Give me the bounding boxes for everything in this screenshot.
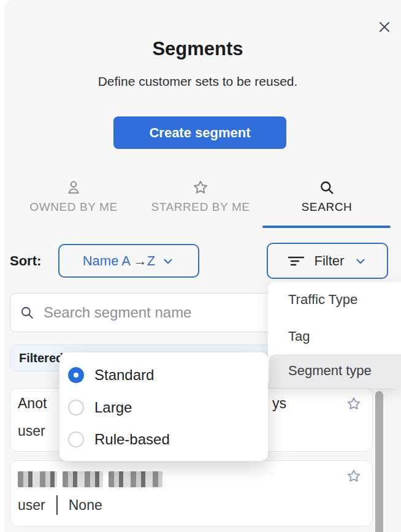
segment-name: Anot [18, 395, 47, 412]
chevron-down-icon [161, 254, 175, 268]
menu-item-segment-type[interactable]: Segment type [288, 363, 372, 379]
star-icon[interactable] [346, 396, 362, 412]
close-icon[interactable] [376, 19, 392, 35]
star-icon[interactable] [346, 468, 362, 484]
sort-value: Name A →Z [83, 253, 156, 269]
tab-starred-by-me-label: STARRED BY ME [151, 200, 250, 214]
tab-search[interactable]: SEARCH [280, 179, 373, 214]
tab-starred-by-me[interactable]: STARRED BY ME [142, 179, 259, 214]
radio-unselected-icon[interactable] [68, 431, 84, 447]
segment-meta: userNone [18, 495, 102, 515]
segment-list-item[interactable]: userNone [10, 460, 373, 526]
redacted-segment-name [18, 471, 162, 487]
segment-name-fragment: ys [272, 395, 286, 412]
segments-drawer: Segments Define customer sets to be reus… [0, 0, 401, 532]
filter-lines-icon [288, 253, 305, 269]
radio-option-rule-based[interactable]: Rule-based [68, 430, 259, 449]
radio-unselected-icon[interactable] [68, 400, 84, 416]
search-icon [19, 305, 35, 321]
active-tab-underline [262, 226, 391, 228]
menu-item-traffic-type[interactable]: Traffic Type [288, 292, 357, 308]
radio-selected-icon[interactable] [68, 367, 84, 383]
create-segment-button[interactable]: Create segment [113, 116, 286, 149]
meta-separator [56, 495, 58, 515]
tab-owned-by-me-label: OWNED BY ME [29, 200, 118, 214]
sort-dropdown[interactable]: Name A →Z [58, 244, 199, 278]
tab-search-label: SEARCH [302, 200, 353, 214]
scrollbar-thumb[interactable] [375, 391, 383, 532]
filter-menu: Traffic Type Tag Segment type [268, 282, 401, 388]
tab-owned-by-me[interactable]: OWNED BY ME [21, 179, 126, 214]
page-subtitle: Define customer sets to be reused. [4, 74, 391, 89]
filter-label: Filter [315, 253, 345, 269]
search-icon [318, 179, 335, 196]
segment-meta: user [18, 423, 45, 439]
person-icon [65, 179, 82, 196]
sort-label: Sort: [10, 253, 41, 269]
filter-dropdown[interactable]: Filter [267, 243, 388, 279]
radio-option-standard[interactable]: Standard [68, 366, 259, 384]
segment-type-popup: Standard Large Rule-based [59, 352, 268, 461]
page-title: Segments [4, 38, 391, 60]
menu-item-tag[interactable]: Tag [288, 329, 310, 344]
star-icon [192, 179, 209, 196]
chevron-down-icon [354, 254, 367, 268]
radio-option-large[interactable]: Large [68, 398, 259, 417]
